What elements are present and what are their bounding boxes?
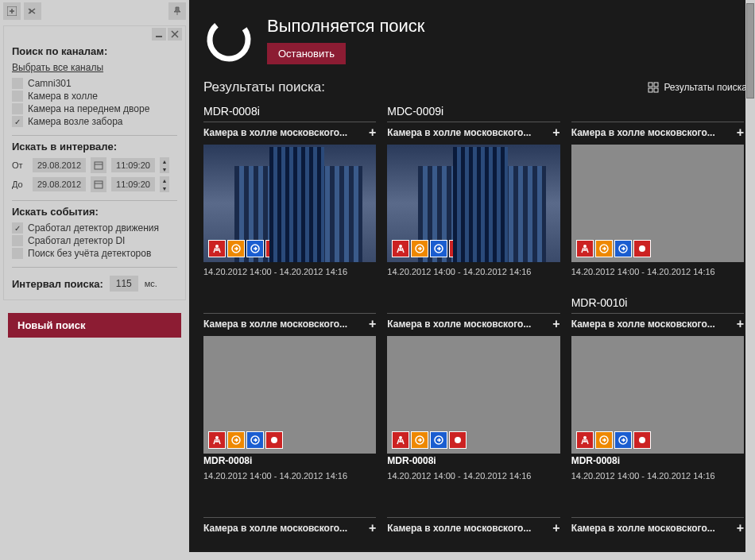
to-label: До xyxy=(12,180,28,189)
svg-point-21 xyxy=(271,245,277,252)
channel-checkbox[interactable]: ✓ xyxy=(12,103,23,114)
stop-button[interactable]: Остановить xyxy=(267,43,346,64)
channel-row: ✓Camni301 xyxy=(12,78,177,89)
expand-button[interactable]: + xyxy=(552,126,559,140)
grid-icon xyxy=(648,82,659,93)
svg-point-37 xyxy=(455,437,461,443)
result-sub-label: MDR-0008i xyxy=(203,455,376,466)
result-card-title: Камера в холле московского... xyxy=(571,127,715,138)
channel-checkbox[interactable]: ✓ xyxy=(12,116,23,127)
exit-icon xyxy=(246,431,264,449)
enter-icon xyxy=(411,431,428,449)
badge-strip xyxy=(208,431,283,449)
add-panel-button[interactable] xyxy=(3,2,21,20)
select-all-link[interactable]: Выбрать все каналы xyxy=(12,62,103,73)
badge-strip xyxy=(208,240,283,257)
svg-rect-11 xyxy=(95,181,103,188)
exit-icon xyxy=(430,240,447,257)
result-title-row: Камера в холле московского...+ xyxy=(387,124,559,145)
close-button[interactable] xyxy=(168,28,182,41)
result-title-row: Камера в холле московского...+ xyxy=(387,315,559,336)
result-group-label: MDC-0009i xyxy=(387,105,559,122)
result-thumbnail[interactable] xyxy=(387,145,559,262)
result-group-label xyxy=(571,500,744,518)
expand-button[interactable]: + xyxy=(737,126,744,140)
calendar-to-button[interactable] xyxy=(91,176,106,192)
time-to-down[interactable]: ▼ xyxy=(160,184,169,192)
search-interval-unit: мс. xyxy=(145,279,157,288)
channels-title: Поиск по каналам: xyxy=(12,45,177,57)
result-timestamp: 14.20.2012 14:00 - 14.20.2012 14:16 xyxy=(203,471,376,481)
expand-button[interactable]: + xyxy=(369,126,376,140)
results-title: Результаты поиска: xyxy=(203,79,325,95)
result-group-label: MDR-0008i xyxy=(203,105,376,122)
result-group-label xyxy=(571,105,744,122)
expand-button[interactable]: + xyxy=(737,521,744,535)
result-timestamp: 14.20.2012 14:00 - 14.20.2012 14:16 xyxy=(387,267,559,276)
event-checkbox[interactable]: ✓ xyxy=(12,222,23,234)
result-card-title: Камера в холле московского... xyxy=(203,319,347,330)
svg-point-30 xyxy=(215,436,219,439)
result-sub-label: MDR-0008i xyxy=(571,455,744,466)
badge-strip xyxy=(392,240,467,257)
new-search-button[interactable]: Новый поиск xyxy=(8,313,181,338)
event-label: Поиск без учёта детекторов xyxy=(28,248,151,259)
expand-button[interactable]: + xyxy=(369,317,376,331)
expand-button[interactable]: + xyxy=(737,317,744,331)
result-cell: MDC-0009iКамера в холле московского...+1… xyxy=(387,105,559,288)
time-to-up[interactable]: ▲ xyxy=(160,176,169,184)
result-cell: MDR-0010iКамера в холле московского...+M… xyxy=(571,296,744,492)
search-interval-input[interactable]: 115 xyxy=(110,276,138,292)
horizontal-scrollbar[interactable] xyxy=(0,552,745,560)
scrollbar-thumb[interactable] xyxy=(746,3,754,98)
svg-point-25 xyxy=(455,245,461,252)
record-icon xyxy=(265,431,283,449)
spinner-icon xyxy=(203,14,254,65)
search-interval-label: Интервал поиска: xyxy=(12,278,103,290)
result-timestamp: 14.20.2012 14:00 - 14.20.2012 14:16 xyxy=(387,471,559,481)
event-checkbox[interactable]: ✓ xyxy=(12,248,23,259)
result-timestamp: 14.20.2012 14:00 - 14.20.2012 14:16 xyxy=(571,471,744,481)
channel-label: Камера в холле xyxy=(28,91,98,102)
results-view-toggle[interactable]: Результаты поиска xyxy=(648,82,747,93)
result-cell: Камера в холле московского...+ xyxy=(387,500,559,552)
result-thumbnail[interactable] xyxy=(203,336,376,454)
result-thumbnail[interactable] xyxy=(203,145,376,262)
date-to-input[interactable]: 29.08.2012 xyxy=(33,177,86,191)
svg-point-41 xyxy=(639,437,645,443)
record-icon xyxy=(633,240,651,257)
minimize-button[interactable] xyxy=(152,28,166,41)
person-icon xyxy=(576,240,594,257)
date-from-input[interactable]: 29.08.2012 xyxy=(33,158,86,172)
remove-panel-button[interactable] xyxy=(24,2,41,20)
time-from-up[interactable]: ▲ xyxy=(160,157,169,165)
main-content: Выполняется поиск Остановить Результаты … xyxy=(189,0,755,560)
channel-checkbox[interactable]: ✓ xyxy=(12,91,23,102)
result-thumbnail[interactable] xyxy=(571,145,744,262)
expand-button[interactable]: + xyxy=(552,317,559,331)
result-cell: Камера в холле московского...+MDR-0008i1… xyxy=(203,296,376,492)
expand-button[interactable]: + xyxy=(552,521,559,535)
result-title-row: Камера в холле московского...+ xyxy=(571,124,744,145)
result-card-title: Камера в холле московского... xyxy=(203,127,347,138)
event-checkbox[interactable]: ✓ xyxy=(12,235,23,246)
time-to-input[interactable]: 11:09:20 xyxy=(111,177,155,191)
badge-strip xyxy=(576,431,651,449)
pin-button[interactable] xyxy=(168,2,186,20)
time-from-input[interactable]: 11:09:20 xyxy=(111,158,155,172)
channel-row: ✓Камера на переднем дворе xyxy=(12,103,177,114)
vertical-scrollbar[interactable] xyxy=(745,0,755,552)
calendar-from-button[interactable] xyxy=(91,157,106,173)
result-thumbnail[interactable] xyxy=(571,336,744,454)
result-cell: Камера в холле московского...+ xyxy=(203,500,376,552)
person-icon xyxy=(208,240,226,257)
time-from-down[interactable]: ▼ xyxy=(160,165,169,173)
exit-icon xyxy=(430,431,447,449)
result-cell: Камера в холле московского...+ xyxy=(571,500,744,552)
enter-icon xyxy=(595,431,613,449)
result-thumbnail[interactable] xyxy=(387,336,559,454)
expand-button[interactable]: + xyxy=(369,521,376,535)
interval-title: Искать в интервале: xyxy=(12,141,177,153)
channel-checkbox[interactable]: ✓ xyxy=(12,78,23,89)
svg-point-13 xyxy=(203,14,254,65)
